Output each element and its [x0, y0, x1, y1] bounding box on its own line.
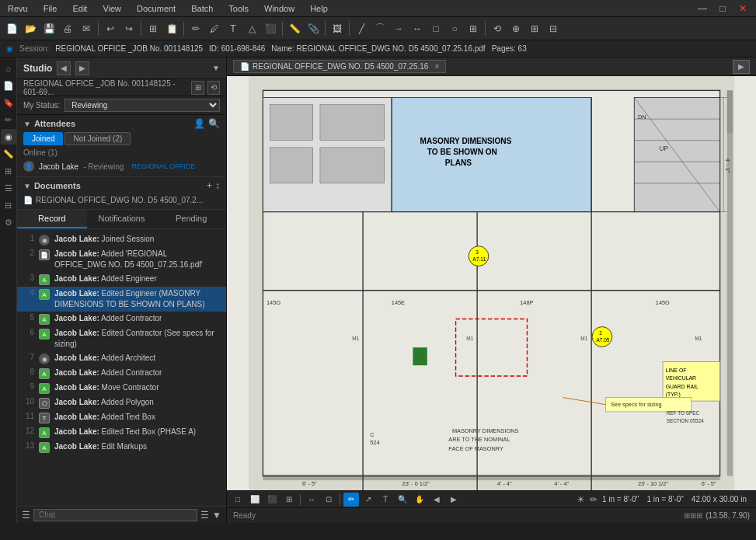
paste-button[interactable]: 📋	[163, 20, 180, 37]
strip-home[interactable]: ⌂	[1, 61, 16, 76]
refresh-btn[interactable]: ⟲	[489, 20, 506, 37]
strip-layers[interactable]: ⊞	[1, 163, 16, 179]
minimize-button[interactable]: —	[694, 0, 711, 17]
menu-icon[interactable]: ☰	[22, 510, 30, 521]
menu-revu[interactable]: Revu	[5, 2, 31, 15]
email-button[interactable]: ✉	[78, 20, 95, 37]
strip-tool-chest[interactable]: ⚙	[1, 214, 16, 230]
line-tool[interactable]: ╱	[353, 20, 370, 37]
search-attendee-btn[interactable]: 🔍	[208, 118, 220, 129]
maximize-button[interactable]: □	[714, 0, 731, 17]
sort-document-btn[interactable]: ↕	[215, 180, 220, 191]
search-text-btn[interactable]: 🔍	[395, 493, 410, 507]
scroll-btn[interactable]: ⬛	[264, 493, 280, 507]
menu-document[interactable]: Document	[134, 2, 179, 15]
studio-next[interactable]: ▶	[75, 61, 89, 75]
insert-image[interactable]: 🖼	[329, 20, 346, 37]
menu-file[interactable]: File	[40, 2, 61, 15]
menu-view[interactable]: View	[99, 2, 124, 15]
record-log[interactable]: 1 ◉ Jacob Lake: Joined Session 2 📄 Jacob…	[17, 229, 226, 506]
facing-btn[interactable]: ⊞	[281, 493, 297, 507]
undo-button[interactable]: ↩	[102, 20, 119, 37]
two-page-btn[interactable]: ⬜	[247, 493, 263, 507]
strip-markup[interactable]: ✏	[1, 112, 16, 127]
status-select[interactable]: Reviewing Approved Pending In Progress	[64, 99, 220, 112]
documents-header[interactable]: ▼ Documents + ↕	[23, 180, 220, 191]
stamp-button[interactable]: ⬛	[262, 20, 279, 37]
measure-button[interactable]: 📏	[286, 20, 303, 37]
add-attendee-btn[interactable]: 👤	[193, 118, 205, 129]
svg-text:TO BE SHOWN ON: TO BE SHOWN ON	[427, 148, 497, 156]
print-button[interactable]: 🖨	[59, 20, 76, 37]
markup-btn[interactable]: ✏	[343, 493, 359, 507]
fit-page-btn[interactable]: ⊡	[321, 493, 336, 507]
job-icon1[interactable]: ⊞	[191, 81, 204, 95]
text-select-btn[interactable]: T	[378, 493, 393, 507]
blueprint-svg: UP MASONRY DIMENSIONS TO BE SHOWN ON PLA…	[227, 76, 756, 490]
text-button[interactable]: T	[225, 20, 242, 37]
calibrate-btn[interactable]: ⊕	[507, 20, 524, 37]
highlight-button[interactable]: ✏	[187, 20, 204, 37]
rect-tool[interactable]: □	[427, 20, 444, 37]
strip-bookmarks[interactable]: 🔖	[1, 95, 16, 110]
redo-button[interactable]: ↪	[120, 20, 138, 37]
menu-help[interactable]: Help	[307, 2, 331, 15]
strip-properties[interactable]: ☰	[1, 180, 16, 196]
save-button[interactable]: 💾	[40, 20, 57, 37]
filter-icon[interactable]: ▼	[212, 510, 221, 521]
tab-joined[interactable]: Joined	[23, 132, 63, 145]
page-layout-btn[interactable]: □	[230, 493, 246, 507]
list-icon[interactable]: ☰	[200, 510, 209, 521]
zoom-label: 1 in = 8'-0"	[646, 495, 683, 503]
overlay-btn[interactable]: ⊟	[545, 20, 562, 37]
add-document-btn[interactable]: +	[207, 180, 212, 191]
log-icon-10: ⬡	[39, 398, 50, 409]
shape-button[interactable]: △	[243, 20, 260, 37]
grid-icons: ⊞⊞⊞	[684, 511, 702, 520]
strip-thumbnails[interactable]: ⊟	[1, 197, 16, 213]
drawing-tab-item[interactable]: 📄 REGIONAL OFFICE_DWG NO. D5 4500_07.25.…	[233, 60, 446, 73]
attendees-header[interactable]: ▼ Attendees 👤 🔍	[23, 118, 220, 129]
drawing-tab-close[interactable]: ×	[434, 62, 439, 71]
prev-page-btn[interactable]: ◀	[429, 493, 444, 507]
menu-batch[interactable]: Batch	[188, 2, 216, 15]
strip-pages[interactable]: 📄	[1, 78, 16, 93]
tab-not-joined[interactable]: Not Joined (2)	[64, 132, 131, 145]
fit-width-btn[interactable]: ↔	[304, 493, 319, 507]
close-button[interactable]: ✕	[734, 0, 751, 17]
menu-tools[interactable]: Tools	[225, 2, 252, 15]
main-area: ⌂ 📄 🔖 ✏ ◉ 📏 ⊞ ☰ ⊟ ⚙ Studio ◀ ▶ ▼ REGIONA…	[0, 57, 756, 523]
pan-btn[interactable]: ✋	[412, 493, 427, 507]
drawing-canvas[interactable]: UP MASONRY DIMENSIONS TO BE SHOWN ON PLA…	[227, 76, 756, 490]
pen-button[interactable]: 🖊	[206, 20, 223, 37]
drawing-tab: 📄 REGIONAL OFFICE_DWG NO. D5 4500_07.25.…	[227, 57, 756, 76]
arc-tool[interactable]: ⌒	[371, 20, 388, 37]
chat-input[interactable]	[33, 509, 197, 521]
doc-item[interactable]: 📄 REGIONAL OFFICE_DWG NO. D5 4500_07.2..…	[23, 194, 220, 206]
next-page-btn[interactable]: ▶	[446, 493, 462, 507]
open-button[interactable]: 📂	[22, 20, 39, 37]
tab-record[interactable]: Record	[17, 210, 87, 228]
tab-notifications[interactable]: Notifications	[87, 210, 157, 228]
studio-chevron-icon[interactable]: ▼	[212, 64, 220, 72]
compare-btn[interactable]: ⊞	[526, 20, 543, 37]
arrow-tool[interactable]: →	[390, 20, 407, 37]
attendee-item: 👤 Jacob Lake - Reviewing REGIONAL OFFICE	[23, 159, 220, 173]
dbl-arrow[interactable]: ↔	[409, 20, 426, 37]
strip-measure[interactable]: 📏	[1, 146, 16, 162]
log-icon-3: A	[39, 274, 50, 285]
more-tools[interactable]: ⊞	[465, 20, 482, 37]
circle-tool[interactable]: ○	[446, 20, 463, 37]
select-btn[interactable]: ↗	[361, 493, 376, 507]
studio-prev[interactable]: ◀	[57, 61, 71, 75]
job-icon2[interactable]: ⟲	[207, 81, 220, 95]
menu-window[interactable]: Window	[261, 2, 298, 15]
copy-button[interactable]: ⊞	[145, 20, 162, 37]
new-button[interactable]: 📄	[3, 20, 20, 37]
tab-pending[interactable]: Pending	[156, 210, 226, 228]
strip-studio[interactable]: ◉	[1, 129, 16, 145]
attach-button[interactable]: 📎	[305, 20, 322, 37]
menu-edit[interactable]: Edit	[69, 2, 90, 15]
svg-rect-15	[270, 148, 313, 183]
panel-toggle-btn[interactable]: ▶	[733, 60, 750, 74]
